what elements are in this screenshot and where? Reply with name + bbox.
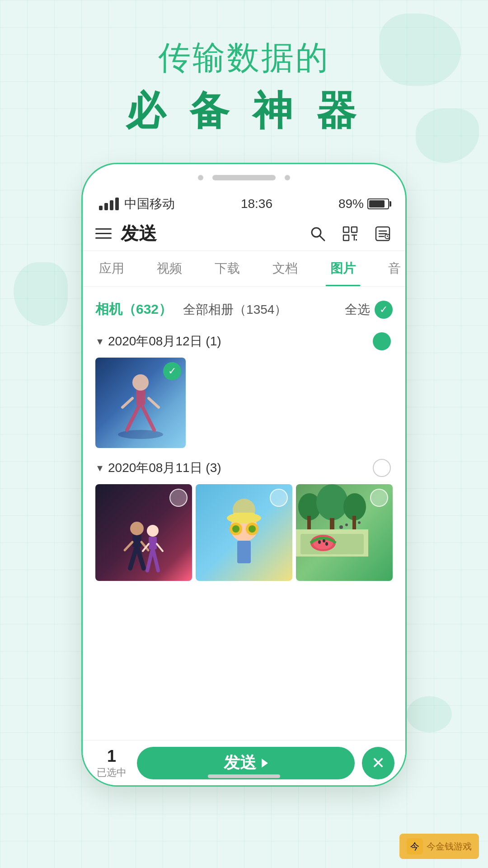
svg-point-58 <box>358 521 361 524</box>
svg-line-20 <box>122 398 132 407</box>
notch-dot-left <box>198 175 203 180</box>
svg-rect-2 <box>343 227 349 232</box>
camera-album-label[interactable]: 相机（632） <box>95 300 172 319</box>
date-group-0811: ▾ 2020年08月11日 (3) <box>95 459 393 581</box>
watermark-icon: 今 <box>407 838 423 854</box>
header-title: 发送 <box>121 221 299 246</box>
time-label: 18:36 <box>241 197 272 211</box>
notch-pill <box>212 175 276 180</box>
svg-point-57 <box>345 524 348 526</box>
image-item-0811-3[interactable] <box>296 484 393 581</box>
svg-rect-4 <box>343 235 349 241</box>
svg-rect-3 <box>352 227 357 232</box>
send-arrow-icon <box>262 759 268 768</box>
menu-button[interactable] <box>95 228 112 239</box>
phone-mockup: 中国移动 18:36 89% 发送 <box>81 163 407 787</box>
svg-line-23 <box>137 546 144 568</box>
tab-docs[interactable]: 文档 <box>256 251 314 286</box>
svg-point-25 <box>130 522 144 535</box>
chevron-icon-0811: ▾ <box>97 462 103 474</box>
status-bar: 中国移动 18:36 89% <box>83 191 405 217</box>
selected-label: 已选中 <box>97 766 127 779</box>
status-left: 中国移动 <box>99 195 175 212</box>
battery-percentage: 89% <box>338 197 364 211</box>
tab-download[interactable]: 下载 <box>198 251 256 286</box>
date-label-0811: 2020年08月11日 (3) <box>108 459 373 476</box>
image-item-0811-1[interactable] <box>95 484 192 581</box>
svg-point-56 <box>339 525 343 529</box>
svg-point-19 <box>132 374 149 391</box>
image-item-0812-1[interactable] <box>95 358 186 448</box>
tab-images[interactable]: 图片 <box>314 251 372 286</box>
phone-body: 中国移动 18:36 89% 发送 <box>81 163 407 787</box>
watermark: 今 今金钱游戏 <box>399 834 479 859</box>
svg-rect-7 <box>356 239 357 241</box>
svg-line-16 <box>127 403 141 430</box>
image-grid-0811 <box>95 484 393 581</box>
image-checkbox-0811-3[interactable] <box>370 489 388 507</box>
send-label: 发送 <box>224 752 256 774</box>
hero-line2: 必 备 神 器 <box>0 84 488 138</box>
signal-icon <box>99 198 119 210</box>
svg-rect-42 <box>237 541 251 563</box>
svg-line-29 <box>153 548 158 571</box>
cancel-icon: ✕ <box>371 754 385 773</box>
chevron-icon-0812: ▾ <box>97 335 103 348</box>
select-all-control[interactable]: 全选 <box>345 301 393 319</box>
hero-line1: 传输数据的 <box>0 36 488 80</box>
selected-count: 1 已选中 <box>94 747 130 779</box>
header-icons <box>308 224 393 244</box>
tab-music[interactable]: 音 <box>372 251 405 286</box>
carrier-label: 中国移动 <box>124 195 175 212</box>
svg-line-17 <box>141 403 154 430</box>
home-indicator <box>208 774 280 778</box>
watermark-text: 今金钱游戏 <box>427 840 472 853</box>
svg-point-53 <box>318 540 321 544</box>
tab-apps[interactable]: 应用 <box>83 251 141 286</box>
svg-rect-48 <box>352 516 356 529</box>
svg-point-39 <box>232 525 239 533</box>
hero-section: 传输数据的 必 备 神 器 <box>0 36 488 138</box>
image-row-0812 <box>95 358 393 448</box>
image-item-0811-2[interactable] <box>196 484 292 581</box>
date-select-0812[interactable] <box>373 332 391 350</box>
tab-bar: 应用 视频 下载 文档 图片 音 <box>83 251 405 287</box>
content-area: 相机（632） 全部相册（1354） 全选 ▾ 2020年08月12日 (1) <box>83 287 405 778</box>
phone-notch <box>83 164 405 191</box>
date-header-0812: ▾ 2020年08月12日 (1) <box>95 332 393 350</box>
bottom-action-bar: 1 已选中 发送 ✕ <box>83 740 405 785</box>
svg-rect-24 <box>132 534 141 547</box>
status-right: 89% <box>338 197 389 211</box>
date-select-0811[interactable] <box>373 459 391 477</box>
search-button[interactable] <box>308 224 328 244</box>
album-selector: 相机（632） 全部相册（1354） 全选 <box>95 296 393 323</box>
select-all-checkbox[interactable] <box>375 301 393 319</box>
battery-icon <box>367 198 389 209</box>
svg-point-31 <box>147 525 159 537</box>
date-group-0812: ▾ 2020年08月12日 (1) <box>95 332 393 448</box>
all-albums-label[interactable]: 全部相册（1354） <box>183 301 287 318</box>
date-header-0811: ▾ 2020年08月11日 (3) <box>95 459 393 477</box>
image-checkbox-0812-1[interactable] <box>163 362 181 380</box>
svg-rect-30 <box>149 537 157 549</box>
svg-rect-18 <box>136 389 145 405</box>
qr-scan-button[interactable] <box>340 224 360 244</box>
svg-point-55 <box>325 542 328 546</box>
svg-point-15 <box>118 430 163 439</box>
select-all-label: 全选 <box>345 301 370 318</box>
svg-line-21 <box>149 398 159 407</box>
notch-dot-right <box>285 175 290 180</box>
image-checkbox-0811-2[interactable] <box>270 489 288 507</box>
svg-point-41 <box>249 525 256 533</box>
date-label-0812: 2020年08月12日 (1) <box>108 333 373 350</box>
svg-point-44 <box>316 484 348 520</box>
tab-video[interactable]: 视频 <box>141 251 198 286</box>
selected-number: 1 <box>107 747 116 766</box>
svg-line-26 <box>125 542 132 550</box>
app-header: 发送 <box>83 217 405 251</box>
cancel-button[interactable]: ✕ <box>362 747 394 779</box>
history-button[interactable] <box>373 224 393 244</box>
svg-line-33 <box>157 544 163 551</box>
image-checkbox-0811-1[interactable] <box>169 489 188 507</box>
svg-rect-37 <box>233 513 255 519</box>
